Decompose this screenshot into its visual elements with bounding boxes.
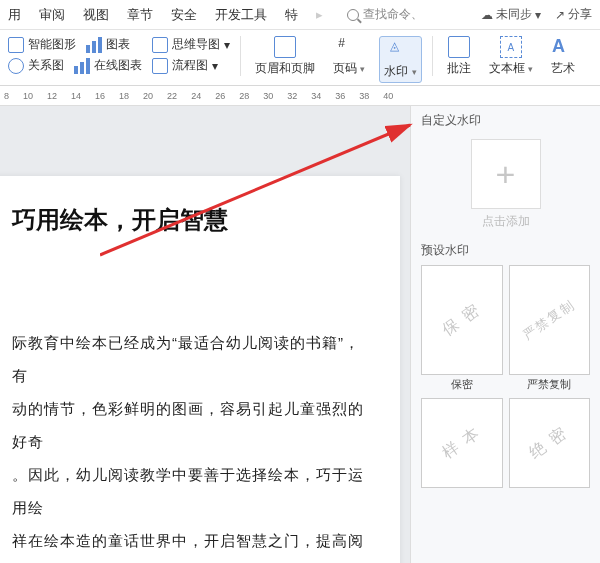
preset-secret[interactable]: 绝 密 — [509, 398, 591, 488]
tab-use[interactable]: 用 — [8, 6, 21, 24]
flowchart-button[interactable]: 流程图 ▾ — [152, 57, 218, 74]
doc-line: 动的情节，色彩鲜明的图画，容易引起儿童强烈的好奇 — [12, 392, 372, 458]
document-area[interactable]: 巧用绘本，开启智慧 际教育中绘本已经成为“最适合幼儿阅读的书籍”，有 动的情节，… — [0, 106, 410, 563]
page: 巧用绘本，开启智慧 际教育中绘本已经成为“最适合幼儿阅读的书籍”，有 动的情节，… — [0, 176, 400, 563]
tab-chapter[interactable]: 章节 — [127, 6, 153, 24]
mindmap-button[interactable]: 思维导图 ▾ — [152, 36, 230, 53]
smart-shape-button[interactable]: 智能图形 — [8, 36, 76, 53]
online-chart-icon — [74, 58, 90, 74]
flowchart-icon — [152, 58, 168, 74]
plus-icon: + — [496, 155, 516, 194]
custom-watermark-label: 自定义水印 — [411, 106, 600, 135]
doc-line: 祥在绘本造的童话世界中，开启智慧之门，提高阅读有 — [12, 524, 372, 563]
add-watermark-label: 点击添加 — [411, 213, 600, 230]
chart-button[interactable]: 图表 — [86, 36, 130, 53]
textbox-icon: A — [500, 36, 522, 58]
comment-icon — [448, 36, 470, 58]
wordart-button[interactable]: A艺术 — [547, 36, 579, 83]
share-button[interactable]: ↗ 分享 — [555, 6, 592, 23]
tab-more-icon[interactable]: ▸ — [316, 7, 323, 22]
watermark-button[interactable]: ◬水印 ▾ — [379, 36, 421, 83]
tab-review[interactable]: 审阅 — [39, 6, 65, 24]
search-placeholder: 查找命令、 — [363, 6, 423, 23]
header-footer-icon — [274, 36, 296, 58]
preset-nocopy[interactable]: 严禁复制 — [509, 265, 591, 375]
command-search[interactable]: 查找命令、 — [347, 6, 423, 23]
textbox-button[interactable]: A文本框 ▾ — [485, 36, 537, 83]
tab-special[interactable]: 特 — [285, 6, 298, 24]
watermark-panel: 自定义水印 + 点击添加 预设水印 保 密 保密 严禁复制 严禁复制 样 本 绝… — [410, 106, 600, 563]
page-number-button[interactable]: #页码 ▾ — [329, 36, 369, 83]
separator — [240, 36, 241, 76]
tab-devtools[interactable]: 开发工具 — [215, 6, 267, 24]
preset-label: 保密 — [421, 375, 503, 392]
chart-icon — [86, 37, 102, 53]
preset-watermark-label: 预设水印 — [411, 236, 600, 265]
mindmap-icon — [152, 37, 168, 53]
page-number-icon: # — [338, 36, 360, 58]
add-watermark-button[interactable]: + — [471, 139, 541, 209]
doc-line: 。因此，幼儿阅读教学中要善于选择绘本，巧于运用绘 — [12, 458, 372, 524]
smart-shape-icon — [8, 37, 24, 53]
watermark-icon: ◬ — [390, 39, 412, 61]
relation-icon — [8, 58, 24, 74]
preset-sample[interactable]: 样 本 — [421, 398, 503, 488]
online-chart-button[interactable]: 在线图表 — [74, 57, 142, 74]
header-footer-button[interactable]: 页眉和页脚 — [251, 36, 319, 83]
ribbon-toolbar: 智能图形 图表 关系图 在线图表 思维导图 ▾ 流程图 ▾ 页眉和页脚 #页码 … — [0, 30, 600, 86]
ruler: 810121416182022242628303234363840 — [0, 86, 600, 106]
tab-view[interactable]: 视图 — [83, 6, 109, 24]
doc-title: 巧用绘本，开启智慧 — [12, 204, 372, 236]
wordart-icon: A — [552, 36, 574, 58]
sync-status[interactable]: ☁ 未同步 ▾ — [481, 6, 541, 23]
search-icon — [347, 9, 359, 21]
relation-button[interactable]: 关系图 — [8, 57, 64, 74]
preset-confidential[interactable]: 保 密 — [421, 265, 503, 375]
menu-tabs: 用 审阅 视图 章节 安全 开发工具 特 ▸ 查找命令、 ☁ 未同步 ▾ ↗ 分… — [0, 0, 600, 30]
comment-button[interactable]: 批注 — [443, 36, 475, 83]
tab-security[interactable]: 安全 — [171, 6, 197, 24]
doc-line: 际教育中绘本已经成为“最适合幼儿阅读的书籍”，有 — [12, 326, 372, 392]
separator — [432, 36, 433, 76]
preset-label: 严禁复制 — [509, 375, 591, 392]
